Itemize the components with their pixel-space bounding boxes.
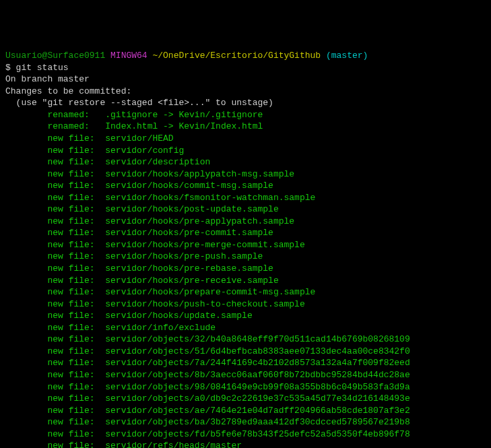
prompt-path: ~/OneDrive/Escritorio/GityGithub xyxy=(152,51,321,61)
file-path: servidor/hooks/fsmonitor-watchman.sample xyxy=(105,193,315,203)
file-path: servidor/hooks/pre-push.sample xyxy=(105,251,263,261)
staged-entry: new file: servidor/hooks/commit-msg.samp… xyxy=(5,180,486,192)
file-status: new file: xyxy=(47,393,105,404)
file-path: servidor/objects/98/0841649e9cb99f08a355… xyxy=(105,382,410,392)
file-status: new file: xyxy=(47,263,105,274)
file-path: servidor/hooks/pre-commit.sample xyxy=(105,228,273,238)
file-status: new file: xyxy=(47,417,105,427)
staged-entry: new file: servidor/hooks/pre-commit.samp… xyxy=(5,227,486,239)
prompt-user-host: Usuario@Surface0911 xyxy=(5,51,105,61)
staged-entry: new file: servidor/description xyxy=(5,156,486,168)
staged-entry: renamed: .gitignore -> Kevin/.gitignore xyxy=(5,109,486,121)
staged-list: renamed: .gitignore -> Kevin/.gitignore … xyxy=(5,109,486,448)
file-path: servidor/hooks/pre-receive.sample xyxy=(105,276,278,286)
file-path: servidor/hooks/pre-merge-commit.sample xyxy=(105,240,304,250)
file-status: new file: xyxy=(47,287,105,297)
staged-entry: new file: servidor/hooks/pre-receive.sam… xyxy=(5,275,486,287)
staged-entry: new file: servidor/hooks/pre-rebase.samp… xyxy=(5,263,486,275)
file-status: new file: xyxy=(47,323,105,333)
file-path: servidor/objects/51/6d4befbcab8383aee071… xyxy=(105,346,410,356)
command-line: $ git status xyxy=(5,63,69,73)
file-status: new file: xyxy=(47,406,105,416)
file-status: new file: xyxy=(47,204,105,214)
file-path: servidor/hooks/update.sample xyxy=(105,311,252,321)
staged-entry: new file: servidor/hooks/applypatch-msg.… xyxy=(5,168,486,181)
staged-entry: new file: servidor/hooks/push-to-checkou… xyxy=(5,298,486,311)
file-path: servidor/hooks/push-to-checkout.sample xyxy=(105,299,304,309)
prompt-branch: (master) xyxy=(326,51,368,61)
file-status: new file: xyxy=(47,358,105,368)
staged-entry: new file: servidor/objects/fd/b5fe6e78b3… xyxy=(5,428,486,441)
branch-info: On branch master xyxy=(5,74,90,84)
staged-entry: renamed: Index.html -> Kevin/Index.html xyxy=(5,121,486,133)
file-path: servidor/HEAD xyxy=(105,133,173,143)
file-status: new file: xyxy=(47,251,105,261)
file-status: new file: xyxy=(47,429,105,439)
staged-entry: new file: servidor/hooks/pre-merge-commi… xyxy=(5,239,486,251)
staged-entry: new file: servidor/hooks/pre-push.sample xyxy=(5,251,486,263)
file-path: servidor/config xyxy=(105,146,184,156)
staged-entry: new file: servidor/objects/32/b40a8648ef… xyxy=(5,333,486,346)
prompt-shell: MINGW64 xyxy=(110,51,148,61)
staged-entry: new file: servidor/config xyxy=(5,145,486,157)
staged-entry: new file: servidor/hooks/pre-applypatch.… xyxy=(5,216,486,228)
staged-entry: new file: servidor/objects/ba/3b2789ed9a… xyxy=(5,416,486,428)
file-path: servidor/description xyxy=(105,157,210,167)
staged-entry: new file: servidor/objects/8b/3aecc06aaf… xyxy=(5,369,486,381)
file-status: new file: xyxy=(47,334,105,344)
file-status: new file: xyxy=(47,311,105,321)
file-path: servidor/hooks/applypatch-msg.sample xyxy=(105,169,294,179)
file-status: new file: xyxy=(47,370,105,380)
staged-entry: new file: servidor/objects/51/6d4befbcab… xyxy=(5,346,486,358)
file-status: new file: xyxy=(47,157,105,167)
file-path: servidor/hooks/prepare-commit-msg.sample xyxy=(105,287,315,297)
file-path: servidor/hooks/post-update.sample xyxy=(105,204,278,214)
file-path: servidor/objects/fd/b5fe6e78b343f25defc5… xyxy=(105,429,410,439)
staged-entry: new file: servidor/objects/ae/7464e21e04… xyxy=(5,405,486,417)
file-path: servidor/objects/ae/7464e21e04d7adff2049… xyxy=(105,406,410,416)
file-path: servidor/objects/32/b40a8648eff9f70d511c… xyxy=(105,334,410,344)
file-status: new file: xyxy=(47,146,105,156)
staged-entry: new file: servidor/hooks/fsmonitor-watch… xyxy=(5,192,486,204)
staged-header: Changes to be committed: xyxy=(5,86,131,96)
file-status: new file: xyxy=(47,441,105,448)
file-path: servidor/objects/a0/db9c2c22619e37c535a4… xyxy=(105,393,410,404)
file-path: servidor/hooks/commit-msg.sample xyxy=(105,181,273,191)
file-status: new file: xyxy=(47,169,105,179)
file-status: new file: xyxy=(47,193,105,203)
staged-entry: new file: servidor/objects/98/0841649e9c… xyxy=(5,381,486,393)
file-status: new file: xyxy=(47,382,105,392)
terminal-output: Usuario@Surface0911 MINGW64 ~/OneDrive/E… xyxy=(5,50,486,448)
file-path: servidor/objects/7a/244f4169c4b2102d8573… xyxy=(105,358,410,368)
file-status: renamed: xyxy=(47,121,105,131)
staged-entry: new file: servidor/HEAD xyxy=(5,133,486,145)
file-status: new file: xyxy=(47,216,105,226)
staged-entry: new file: servidor/hooks/post-update.sam… xyxy=(5,203,486,216)
file-path: servidor/hooks/pre-applypatch.sample xyxy=(105,216,294,226)
file-path: Index.html -> Kevin/Index.html xyxy=(105,121,263,131)
file-status: new file: xyxy=(47,240,105,250)
staged-entry: new file: servidor/objects/7a/244f4169c4… xyxy=(5,357,486,369)
file-status: new file: xyxy=(47,299,105,309)
file-path: servidor/hooks/pre-rebase.sample xyxy=(105,263,273,274)
file-status: new file: xyxy=(47,228,105,238)
file-path: servidor/objects/8b/3aecc06aaf060f8b72bd… xyxy=(105,370,410,380)
staged-entry: new file: servidor/hooks/prepare-commit-… xyxy=(5,286,486,298)
file-path: servidor/info/exclude xyxy=(105,323,216,333)
file-path: servidor/refs/heads/master xyxy=(105,441,242,448)
file-status: new file: xyxy=(47,181,105,191)
file-status: renamed: xyxy=(47,110,105,120)
staged-hint: (use "git restore --staged <file>..." to… xyxy=(5,98,273,108)
staged-entry: new file: servidor/refs/heads/master xyxy=(5,440,486,448)
file-status: new file: xyxy=(47,346,105,356)
file-path: servidor/objects/ba/3b2789ed9aaa412df30c… xyxy=(105,417,410,427)
staged-entry: new file: servidor/hooks/update.sample xyxy=(5,310,486,322)
file-path: .gitignore -> Kevin/.gitignore xyxy=(105,110,263,120)
file-status: new file: xyxy=(47,276,105,286)
staged-entry: new file: servidor/info/exclude xyxy=(5,322,486,334)
file-status: new file: xyxy=(47,133,105,143)
staged-entry: new file: servidor/objects/a0/db9c2c2261… xyxy=(5,393,486,405)
